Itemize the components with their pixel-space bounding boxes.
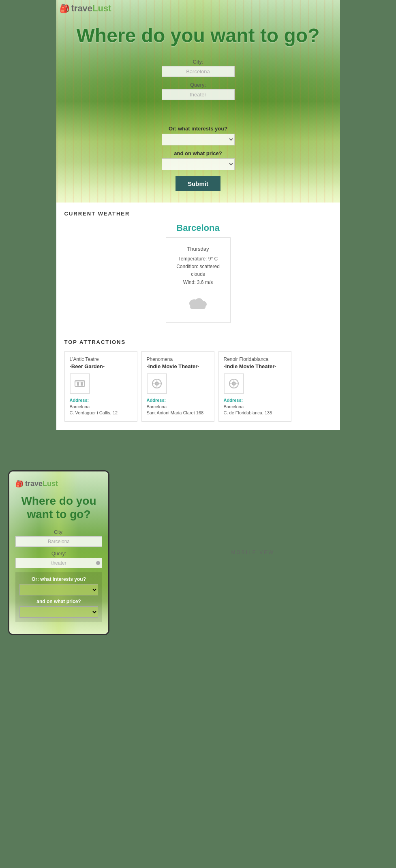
weather-icon (174, 294, 222, 314)
mobile-label-area: MOBILE VEW (118, 470, 388, 635)
logo-trave: trave (71, 3, 93, 13)
address-street-1: Sant Antoni Maria Claret 168 (147, 410, 209, 416)
desktop-view: 🎒 traveLust Where do you want to go? Cit… (56, 0, 340, 430)
city-label: City: (162, 59, 235, 65)
interests-label: Or: what interests you? (162, 126, 235, 132)
svg-rect-6 (81, 382, 83, 386)
submit-button[interactable]: Submit (176, 176, 220, 191)
header: 🎒 traveLust (60, 3, 111, 14)
attraction-icon-1 (147, 373, 167, 394)
attraction-card-0: L'Antic Teatre -Beer Garden- Address: Ba… (64, 351, 137, 422)
hero-title: Where do you want to go? (77, 24, 320, 47)
price-select[interactable] (162, 158, 235, 170)
attraction-name-1: Phenomena (147, 356, 209, 362)
mobile-query-indicator (96, 561, 100, 565)
address-label-2: Address: (224, 398, 286, 403)
address-city-0: Barcelona (70, 404, 132, 410)
address-street-0: C. Verdaguer i Callis, 12 (70, 410, 132, 416)
mobile-query-wrapper (15, 558, 102, 568)
weather-wind: Wind: 3.6 m/s (174, 279, 222, 286)
svg-rect-5 (77, 382, 79, 386)
weather-section-title: CURRENT WEATHER (64, 211, 332, 217)
address-label-0: Address: (70, 398, 132, 403)
weather-condition: Condition: scattered clouds (174, 263, 222, 278)
weather-content: Barcelona Thursday Temperature: 9° C Con… (64, 223, 332, 323)
interests-section: Or: what interests you? and on what pric… (162, 126, 235, 191)
logo-text: traveLust (71, 3, 111, 14)
mobile-logo-lust: Lust (43, 480, 58, 488)
price-label: and on what price? (162, 150, 235, 156)
hero-section: Where do you want to go? City: Query: Or… (56, 0, 340, 203)
weather-temperature: Temperature: 9° C (174, 255, 222, 263)
mobile-query-label: Query: (15, 551, 102, 557)
mobile-container: 🎒 traveLust Where do you want to go? Cit… (0, 462, 396, 643)
attraction-icon-0 (70, 373, 90, 394)
attraction-card-2: Renoir Floridablanca -Indie Movie Theate… (218, 351, 291, 422)
attraction-name-0: L'Antic Teatre (70, 356, 132, 362)
attraction-card-1: Phenomena -Indie Movie Theater- Address:… (141, 351, 214, 422)
address-street-2: C. de Floridablanca, 135 (224, 410, 286, 416)
attraction-name-2: Renoir Floridablanca (224, 356, 286, 362)
city-input[interactable] (162, 66, 235, 77)
mobile-city-label: City: (15, 529, 102, 535)
query-input[interactable] (162, 89, 235, 100)
logo-lust: Lust (92, 3, 111, 13)
attraction-icon-2 (224, 373, 244, 394)
logo-icon: 🎒 (60, 4, 70, 13)
svg-rect-4 (75, 381, 85, 386)
mobile-form: City: Query: (15, 529, 102, 568)
mobile-interests-label: Or: what interests you? (19, 576, 98, 582)
mobile-logo-icon: 🎒 (15, 480, 24, 488)
weather-day: Thursday (174, 246, 222, 252)
logo: 🎒 traveLust (60, 3, 111, 14)
weather-city-name: Barcelona (166, 223, 231, 233)
address-city-2: Barcelona (224, 404, 286, 410)
mobile-hero: 🎒 traveLust Where do you want to go? Cit… (9, 471, 108, 634)
attraction-type-2: -Indie Movie Theater- (224, 363, 286, 369)
attractions-section: TOP ATTRACTIONS L'Antic Teatre -Beer Gar… (56, 331, 340, 430)
mobile-device: 🎒 traveLust Where do you want to go? Cit… (8, 470, 109, 635)
hero-form: City: Query: (162, 59, 235, 105)
mobile-interests-section: Or: what interests you? and on what pric… (15, 572, 102, 622)
mobile-query-input[interactable] (15, 558, 102, 568)
interests-select[interactable] (162, 134, 235, 145)
address-label-1: Address: (147, 398, 209, 403)
mobile-hero-title: Where do you want to go? (15, 494, 102, 521)
mobile-logo-trave: trave (25, 480, 43, 488)
attractions-grid: L'Antic Teatre -Beer Garden- Address: Ba… (64, 351, 332, 422)
address-city-1: Barcelona (147, 404, 209, 410)
attraction-type-1: -Indie Movie Theater- (147, 363, 209, 369)
attractions-section-title: TOP ATTRACTIONS (64, 339, 332, 345)
mobile-logo: 🎒 traveLust (15, 480, 102, 488)
attraction-type-0: -Beer Garden- (70, 363, 132, 369)
mobile-interests-select[interactable] (19, 584, 98, 595)
mobile-city-input[interactable] (15, 536, 102, 547)
weather-card: Thursday Temperature: 9° C Condition: sc… (166, 237, 231, 323)
weather-city-block: Barcelona Thursday Temperature: 9° C Con… (166, 223, 231, 323)
page-separator (0, 430, 396, 462)
mobile-logo-text: traveLust (25, 480, 58, 488)
mobile-view-label: MOBILE VEW (225, 544, 280, 561)
svg-rect-3 (190, 305, 205, 309)
mobile-price-label: and on what price? (19, 599, 98, 604)
mobile-price-select[interactable] (19, 606, 98, 618)
query-label: Query: (162, 82, 235, 88)
weather-section: CURRENT WEATHER Barcelona Thursday Tempe… (56, 203, 340, 331)
